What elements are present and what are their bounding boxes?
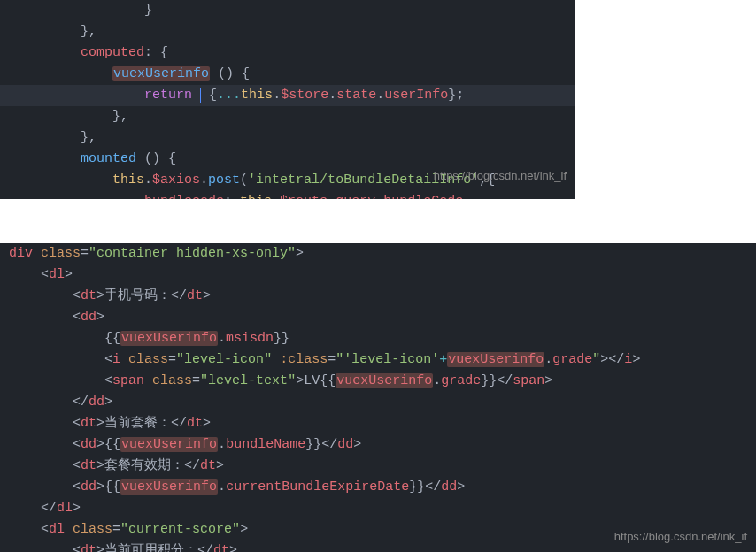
code-line: bundlecode: this.$route.query.bundleCode [0,191,575,199]
code-line: <dt>当前套餐：</dt> [0,413,756,434]
code-line: return {...this.$store.state.userInfo}; [0,85,575,106]
watermark-1: https://blog.csdn.net/ink_if [434,167,567,186]
code-line: {{vuexUserinfo.msisdn}} [0,328,756,349]
code-line: } [0,0,575,21]
code-line: </dl> [0,498,756,519]
code-line: }, [0,127,575,149]
code-line: <dt>套餐有效期：</dt> [0,456,756,477]
code-line: computed: { [0,42,575,64]
code-line: <dt>手机号码：</dt> [0,286,756,307]
watermark-2: https://blog.csdn.net/ink_if [614,528,747,547]
code-line: <i class="level-icon" :class="'level-ico… [0,349,756,371]
code-line: }, [0,21,575,42]
code-line: }, [0,106,575,127]
code-line: vuexUserinfo () { [0,64,575,85]
code-line: <dd>{{vuexUserinfo.currentBundleExpireDa… [0,477,756,498]
code-line: <dd>{{vuexUserinfo.bundleName}}</dd> [0,434,756,456]
code-line: div class="container hidden-xs-only"> [0,243,756,264]
code-content-2: div class="container hidden-xs-only"> <d… [0,243,756,552]
code-line: <span class="level-text">LV{{vuexUserinf… [0,371,756,392]
code-line: <dl> [0,264,756,286]
code-editor-block-1[interactable]: } }, computed: { vuexUserinfo () { retur… [0,0,575,199]
code-line: </dd> [0,392,756,413]
code-line: <dd> [0,307,756,328]
code-editor-block-2[interactable]: div class="container hidden-xs-only"> <d… [0,243,756,552]
